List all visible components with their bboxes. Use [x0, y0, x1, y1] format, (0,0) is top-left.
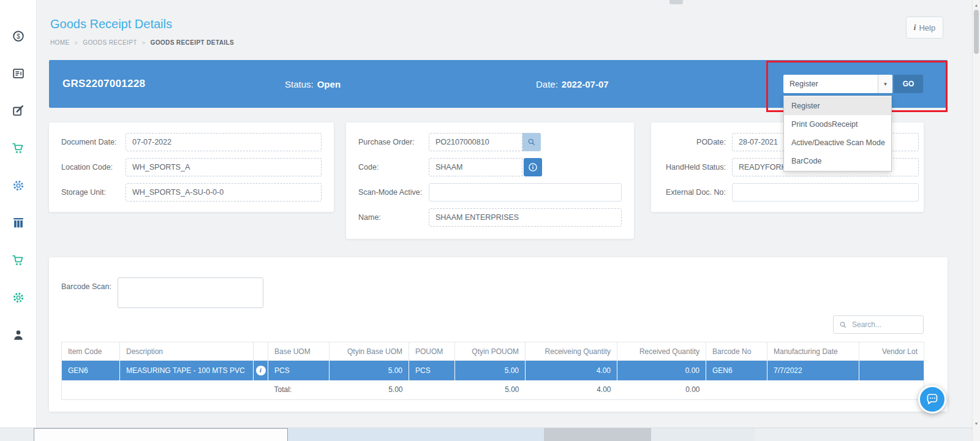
receipt-status: Status: Open	[285, 60, 341, 108]
col-base-uom: Base UOM	[268, 342, 330, 361]
table-search-input[interactable]	[851, 320, 918, 330]
field-scan-mode: Scan-Mode Active:	[358, 183, 622, 202]
barcode-scan-input[interactable]	[118, 277, 263, 308]
row-info-icon[interactable]: i	[256, 366, 266, 375]
user-location-icon	[12, 328, 25, 342]
cell-pouom: PCS	[409, 361, 455, 380]
col-pouom: POUOM	[409, 342, 455, 361]
help-label: Help	[919, 23, 935, 32]
code-label: Code:	[358, 163, 429, 172]
chat-button[interactable]	[918, 385, 946, 413]
gear-icon	[12, 291, 25, 304]
cart-icon	[12, 254, 25, 267]
cell-received-qty: 0.00	[617, 361, 706, 380]
caret-down-icon[interactable]: ▾	[878, 75, 892, 93]
svg-text:$: $	[17, 32, 20, 39]
cell-manufacturing-date: 7/7/2022	[767, 361, 859, 380]
sidebar-item-documents[interactable]	[0, 55, 36, 92]
scrollbar-thumb[interactable]	[974, 10, 979, 54]
menu-item-scan-mode[interactable]: Active/Deactive Scan Mode	[784, 134, 891, 152]
purchase-order-input[interactable]	[429, 133, 522, 151]
cell-vendor-lot	[859, 361, 924, 380]
purchase-order-search-button[interactable]	[522, 133, 541, 151]
breadcrumb-current: GOODS RECEIPT DETAILS	[150, 39, 234, 46]
total-receiving-qty: 4.00	[526, 380, 617, 400]
action-select[interactable]: Register ▾	[783, 75, 892, 93]
background-window-strip	[0, 428, 980, 441]
cell-item-code: GEN6	[62, 361, 120, 380]
edit-icon	[12, 104, 25, 118]
external-doc-label: External Doc. No:	[661, 188, 732, 197]
background-window-preview	[544, 428, 651, 441]
cell-qty-base-uom: 5.00	[330, 361, 409, 380]
chat-bubble-icon	[925, 392, 940, 407]
po-date-label: PODate:	[661, 138, 732, 146]
table-row-selected[interactable]: GEN6 MEASURING TAPE - 100 MTS PVC i PCS …	[62, 361, 924, 380]
table-header-row: Item Code Description Base UOM Qtyin Bas…	[62, 342, 924, 361]
background-window-preview	[651, 428, 755, 441]
go-button[interactable]: GO	[894, 75, 923, 93]
menu-item-barcode[interactable]: BarCode	[784, 152, 891, 170]
external-doc-input[interactable]	[732, 183, 919, 202]
finance-icon: $	[12, 29, 25, 43]
code-info-button[interactable]	[524, 158, 542, 176]
menu-item-register[interactable]: Register	[784, 97, 891, 115]
col-receiving-qty: Receiveing Quantity	[526, 342, 617, 361]
total-qty-pouom: 5.00	[455, 380, 526, 400]
name-input[interactable]	[429, 208, 622, 227]
breadcrumb-goods-receipt[interactable]: GOODS RECEIPT	[83, 39, 137, 46]
action-dropdown-menu: Register Print GoodsReceipt Active/Deact…	[783, 96, 892, 172]
sidebar-item-user[interactable]	[0, 316, 36, 353]
handheld-status-label: HandHeld Status:	[661, 163, 732, 172]
storage-unit-label: Storage Unit:	[61, 188, 126, 197]
field-storage-unit: Storage Unit:	[61, 183, 322, 202]
breadcrumb-home[interactable]: HOME	[50, 39, 70, 46]
sidebar-item-edit[interactable]	[0, 92, 36, 129]
barcode-scan-row: Barcode Scan:	[61, 277, 263, 308]
field-external-doc: External Doc. No:	[661, 183, 919, 202]
scroll-down-icon[interactable]: ▼	[973, 419, 980, 428]
location-code-label: Location Code:	[61, 163, 126, 172]
field-code: Code:	[358, 158, 622, 176]
sidebar-item-cart-2[interactable]	[0, 241, 36, 279]
scroll-up-icon[interactable]: ▲	[973, 1, 980, 9]
menu-item-print-goodsreceipt[interactable]: Print GoodsReceipt	[784, 115, 891, 134]
date-value: 2022-07-07	[562, 79, 609, 89]
sidebar-item-settings-2[interactable]	[0, 279, 36, 316]
page-title: Goods Receipt Details	[50, 17, 172, 31]
sidebar-item-columns[interactable]	[0, 204, 36, 241]
sidebar-item-settings[interactable]	[0, 167, 36, 204]
field-document-date: Document Date:	[61, 133, 322, 151]
help-button[interactable]: i Help	[906, 17, 943, 39]
sidebar: $	[0, 0, 37, 428]
search-icon	[527, 138, 536, 146]
storage-unit-input[interactable]	[126, 183, 322, 202]
col-qty-pouom: Qtyin POUOM	[455, 342, 526, 361]
col-info	[254, 342, 268, 361]
field-purchase-order: Purchase Order:	[358, 133, 622, 151]
info-circle-icon	[527, 162, 538, 173]
col-manufacturing-date: Manufacturing Date	[767, 342, 859, 361]
col-qty-base-uom: Qtyin Base UOM	[330, 342, 409, 361]
purchase-order-card: Purchase Order: Code: Scan-Mode Active: …	[346, 123, 634, 239]
location-code-input[interactable]	[126, 158, 322, 176]
sidebar-item-cart[interactable]	[0, 129, 36, 167]
documents-icon	[12, 67, 25, 80]
background-window-preview	[288, 428, 544, 441]
date-label: Date:	[536, 79, 558, 89]
vertical-scrollbar[interactable]: ▲ ▼	[972, 0, 980, 441]
document-date-input[interactable]	[126, 133, 322, 151]
document-info-card: Document Date: Location Code: Storage Un…	[49, 123, 334, 212]
chevron-right-icon: >	[142, 40, 146, 46]
status-label: Status:	[285, 79, 314, 89]
scan-mode-input[interactable]	[429, 183, 622, 202]
col-item-code: Item Code	[62, 342, 120, 361]
search-icon	[839, 321, 847, 329]
sidebar-item-finance[interactable]: $	[0, 17, 36, 55]
code-input[interactable]	[429, 158, 522, 176]
chevron-right-icon: >	[75, 40, 78, 46]
field-name: Name:	[358, 208, 622, 227]
browser-artifact	[669, 0, 683, 4]
cell-description: MEASURING TAPE - 100 MTS PVC	[120, 361, 254, 380]
table-search-box	[833, 315, 924, 334]
